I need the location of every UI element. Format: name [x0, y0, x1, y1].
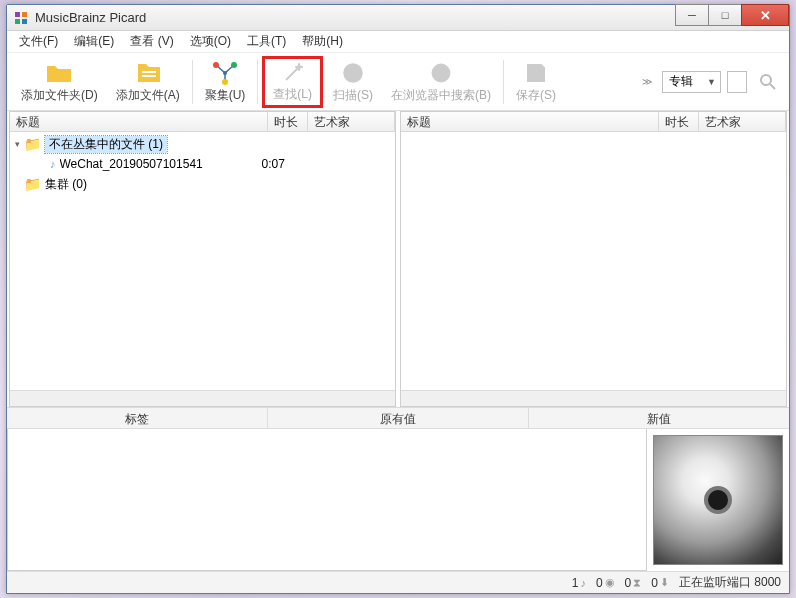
menu-view[interactable]: 查看 (V)	[122, 31, 181, 52]
note-icon: ♪	[580, 577, 586, 589]
app-window: MusicBrainz Picard ─ □ ✕ 文件(F) 编辑(E) 查看 …	[6, 4, 790, 594]
right-pane: 标题 时长 艺术家	[400, 111, 787, 407]
unclustered-label: 不在丛集中的文件 (1)	[45, 136, 167, 153]
music-file-icon: ♪	[50, 158, 56, 170]
toolbar-right: ≫ 专辑 ▼	[638, 67, 783, 97]
folder-icon: 📁	[24, 136, 41, 152]
file-name: WeChat_20190507101541	[60, 157, 262, 171]
col-title[interactable]: 标题	[10, 112, 268, 131]
menu-tools[interactable]: 工具(T)	[239, 31, 294, 52]
window-controls: ─ □ ✕	[676, 4, 789, 26]
left-pane: 标题 时长 艺术家 ▾ 📁 不在丛集中的文件 (1) ♪ WeChat_2019…	[9, 111, 396, 407]
save-icon	[524, 59, 548, 87]
tag-columns: 标签 原有值 新值	[7, 407, 789, 429]
svg-rect-1	[22, 12, 27, 17]
status-count-3: 0⧗	[625, 576, 644, 590]
svg-point-19	[761, 75, 771, 85]
menu-help[interactable]: 帮助(H)	[294, 31, 351, 52]
main-panes: 标题 时长 艺术家 ▾ 📁 不在丛集中的文件 (1) ♪ WeChat_2019…	[7, 111, 789, 407]
col-artist[interactable]: 艺术家	[699, 112, 786, 131]
tree-row-file[interactable]: ♪ WeChat_20190507101541 0:07	[10, 154, 395, 174]
add-files-button[interactable]: 添加文件(A)	[108, 56, 188, 108]
lookup-button[interactable]: 查找(L)	[262, 56, 323, 108]
download-icon: ⬇	[660, 576, 669, 589]
disc-icon: ◉	[605, 576, 615, 589]
menubar: 文件(F) 编辑(E) 查看 (V) 选项(O) 工具(T) 帮助(H)	[7, 31, 789, 53]
col-title[interactable]: 标题	[401, 112, 659, 131]
svg-point-10	[231, 62, 237, 68]
svg-rect-18	[531, 75, 541, 81]
status-message: 正在监听端口 8000	[679, 574, 781, 591]
svg-rect-5	[142, 75, 156, 77]
svg-rect-3	[22, 19, 27, 24]
cluster-icon	[212, 59, 238, 87]
right-columns: 标题 时长 艺术家	[401, 112, 786, 132]
svg-point-11	[222, 79, 228, 85]
wand-icon	[281, 61, 305, 86]
cover-art[interactable]	[653, 435, 783, 565]
select-value: 专辑	[669, 73, 693, 90]
scan-button[interactable]: 扫描(S)	[325, 56, 381, 108]
svg-line-13	[286, 67, 299, 80]
pending-icon: ⧗	[633, 576, 641, 589]
svg-point-17	[432, 64, 450, 82]
toolbar-separator	[257, 60, 258, 104]
search-type-select[interactable]: 专辑 ▼	[662, 71, 721, 93]
globe-icon	[429, 59, 453, 87]
menu-options[interactable]: 选项(O)	[182, 31, 239, 52]
svg-rect-4	[142, 71, 156, 73]
menu-file[interactable]: 文件(F)	[11, 31, 66, 52]
tagcol-new[interactable]: 新值	[529, 408, 789, 428]
status-bar: 1♪ 0◉ 0⧗ 0⬇ 正在监听端口 8000	[7, 571, 789, 593]
app-icon	[13, 10, 29, 26]
add-folder-button[interactable]: 添加文件夹(D)	[13, 56, 106, 108]
svg-rect-2	[15, 19, 20, 24]
tagcol-tag[interactable]: 标签	[7, 408, 268, 428]
clusters-label: 集群 (0)	[45, 176, 87, 193]
left-scrollbar[interactable]	[10, 390, 395, 406]
svg-point-9	[213, 62, 219, 68]
search-icon	[758, 72, 778, 92]
cluster-button[interactable]: 聚集(U)	[197, 56, 254, 108]
tagcol-original[interactable]: 原有值	[268, 408, 529, 428]
status-count-4: 0⬇	[651, 576, 671, 590]
chevron-down-icon: ▼	[707, 77, 716, 87]
svg-point-12	[223, 71, 227, 75]
browser-lookup-button[interactable]: 在浏览器中搜索(B)	[383, 56, 499, 108]
tree-row-unclustered[interactable]: ▾ 📁 不在丛集中的文件 (1)	[10, 134, 395, 154]
files-icon	[134, 59, 162, 87]
minimize-button[interactable]: ─	[675, 4, 709, 26]
toolbar: 添加文件夹(D) 添加文件(A) 聚集(U) 查找(L) 扫描(S) 在浏览器中…	[7, 53, 789, 111]
status-count-2: 0◉	[596, 576, 617, 590]
toolbar-overflow[interactable]: ≫	[638, 76, 656, 87]
svg-rect-0	[15, 12, 20, 17]
col-artist[interactable]: 艺术家	[308, 112, 395, 131]
menu-edit[interactable]: 编辑(E)	[66, 31, 122, 52]
toolbar-separator	[503, 60, 504, 104]
save-button[interactable]: 保存(S)	[508, 56, 564, 108]
maximize-button[interactable]: □	[708, 4, 742, 26]
svg-line-20	[770, 84, 775, 89]
folder-icon	[45, 59, 73, 87]
expand-toggle[interactable]: ▾	[10, 139, 24, 149]
tree-row-clusters[interactable]: 📁 集群 (0)	[10, 174, 395, 194]
col-length[interactable]: 时长	[268, 112, 308, 131]
svg-point-16	[352, 72, 355, 75]
toolbar-separator	[192, 60, 193, 104]
search-input[interactable]	[727, 71, 747, 93]
right-scrollbar[interactable]	[401, 390, 786, 406]
folder-icon: 📁	[24, 176, 41, 192]
left-tree[interactable]: ▾ 📁 不在丛集中的文件 (1) ♪ WeChat_20190507101541…	[10, 132, 395, 390]
col-length[interactable]: 时长	[659, 112, 699, 131]
titlebar: MusicBrainz Picard ─ □ ✕	[7, 5, 789, 31]
bottom-area	[7, 429, 789, 571]
fingerprint-icon	[341, 59, 365, 87]
left-columns: 标题 时长 艺术家	[10, 112, 395, 132]
tag-editor[interactable]	[7, 429, 647, 571]
search-button[interactable]	[753, 67, 783, 97]
status-count-1: 1♪	[572, 576, 588, 590]
file-length: 0:07	[262, 157, 302, 171]
right-tree[interactable]	[401, 132, 786, 390]
close-button[interactable]: ✕	[741, 4, 789, 26]
